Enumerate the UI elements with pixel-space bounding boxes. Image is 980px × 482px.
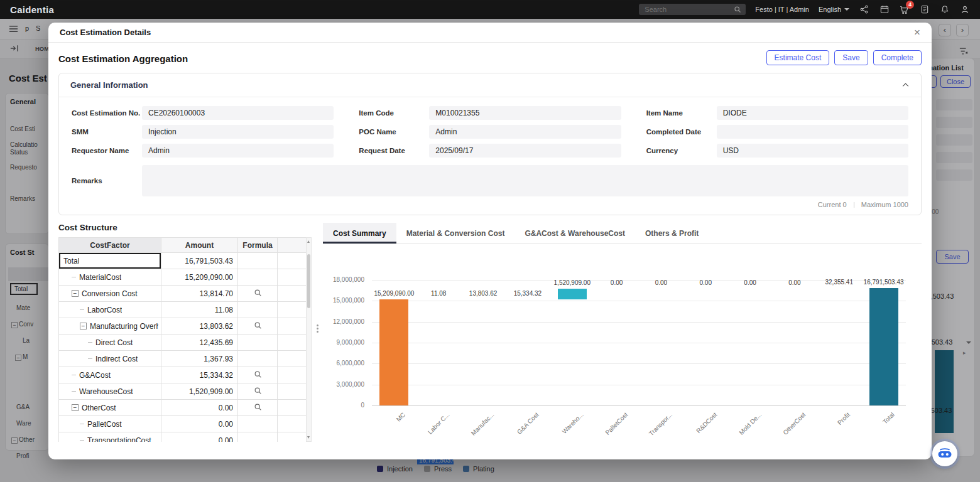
amount-cell[interactable]: 13,814.70: [161, 286, 238, 302]
amount-cell[interactable]: 0.00: [161, 400, 238, 416]
amount-cell[interactable]: 11.08: [161, 302, 238, 318]
x-axis-label: Wareho...: [560, 411, 584, 435]
amount-cell[interactable]: 0.00: [161, 416, 238, 432]
search-input[interactable]: [643, 5, 730, 14]
field-value-input[interactable]: DIODE: [717, 106, 908, 120]
column-amount[interactable]: Amount: [161, 238, 238, 253]
amount-cell[interactable]: 0.00: [161, 432, 238, 442]
language-selector[interactable]: English: [819, 6, 849, 13]
general-info-field: Completed Date: [646, 125, 908, 139]
remarks-input[interactable]: [142, 165, 908, 196]
user-context-label[interactable]: Festo | IT | Admin: [755, 6, 809, 13]
field-value-input[interactable]: 2025/09/17: [429, 144, 621, 158]
cost-structure-row[interactable]: TransportationCost0.00: [59, 432, 307, 442]
topbar: Caidentia Festo | IT | Admin English 4: [0, 0, 980, 19]
costfactor-cell[interactable]: −Manufacturing OverheadCo..: [59, 318, 161, 335]
formula-cell[interactable]: [238, 335, 278, 351]
costfactor-cell[interactable]: Indirect Cost: [59, 351, 161, 367]
field-value-input[interactable]: CE20260100003: [142, 106, 334, 120]
estimate-cost-button[interactable]: Estimate Cost: [766, 50, 830, 65]
field-value-input[interactable]: M010021355: [429, 106, 621, 120]
cost-structure-row[interactable]: G&ACost15,334.32: [59, 367, 307, 383]
share-icon[interactable]: [859, 4, 869, 15]
column-costfactor[interactable]: CostFactor: [59, 238, 161, 253]
cart-icon[interactable]: 4: [899, 4, 910, 15]
cost-structure-row[interactable]: PalletCost0.00: [59, 416, 307, 432]
costfactor-cell[interactable]: TransportationCost: [59, 432, 161, 442]
close-icon[interactable]: ×: [914, 27, 920, 38]
amount-cell[interactable]: 13,803.62: [161, 318, 238, 335]
formula-cell[interactable]: [238, 253, 278, 269]
field-value-input[interactable]: Injection: [142, 125, 334, 139]
formula-cell[interactable]: [238, 367, 278, 383]
formula-cell[interactable]: [238, 383, 278, 400]
assistant-fab[interactable]: [932, 441, 957, 466]
field-value-input[interactable]: Admin: [142, 144, 334, 158]
formula-search-icon[interactable]: [254, 289, 262, 297]
formula-search-icon[interactable]: [254, 370, 262, 378]
formula-cell[interactable]: [238, 269, 278, 286]
amount-cell[interactable]: 15,334.32: [161, 367, 238, 383]
calendar-icon[interactable]: [879, 4, 890, 15]
formula-cell[interactable]: [238, 432, 278, 442]
general-info-field: POC NameAdmin: [359, 125, 621, 139]
cost-structure-row[interactable]: WarehouseCost1,520,909.00: [59, 383, 307, 400]
report-icon[interactable]: [919, 4, 930, 15]
scroll-up-icon[interactable]: [307, 240, 310, 243]
global-search[interactable]: [639, 4, 746, 15]
costfactor-cell[interactable]: Direct Cost: [59, 335, 161, 351]
amount-cell[interactable]: 16,791,503.43: [161, 253, 238, 269]
cost-structure-rows: Total16,791,503.43MaterialCost15,209,090…: [59, 253, 307, 442]
costfactor-cell[interactable]: PalletCost: [59, 416, 161, 432]
tab-material-conversion-cost[interactable]: Material & Conversion Cost: [396, 223, 515, 244]
column-formula[interactable]: Formula: [238, 238, 278, 253]
field-value-input[interactable]: Admin: [429, 125, 621, 139]
formula-cell[interactable]: [238, 286, 278, 302]
amount-cell[interactable]: 15,209,090.00: [161, 269, 238, 286]
cost-structure-row[interactable]: −Manufacturing OverheadCo..13,803.62: [59, 318, 307, 335]
cost-structure-row[interactable]: LaborCost11.08: [59, 302, 307, 318]
tree-collapse-icon[interactable]: −: [72, 404, 79, 411]
costfactor-cell[interactable]: MaterialCost: [59, 269, 161, 286]
cost-structure-row[interactable]: −Conversion Cost13,814.70: [59, 286, 307, 302]
costfactor-cell[interactable]: G&ACost: [59, 367, 161, 383]
costfactor-cell[interactable]: Total: [59, 253, 161, 269]
tab-cost-summary[interactable]: Cost Summary: [323, 223, 396, 244]
cost-structure-row[interactable]: Total16,791,503.43: [59, 253, 307, 269]
formula-cell[interactable]: [238, 400, 278, 416]
formula-cell[interactable]: [238, 318, 278, 335]
formula-search-icon[interactable]: [254, 387, 262, 395]
formula-cell[interactable]: [238, 416, 278, 432]
formula-cell[interactable]: [238, 351, 278, 367]
costfactor-cell[interactable]: −Conversion Cost: [59, 286, 161, 302]
save-button[interactable]: Save: [834, 50, 868, 65]
formula-search-icon[interactable]: [254, 321, 262, 329]
table-scrollbar[interactable]: [306, 237, 312, 442]
formula-cell[interactable]: [238, 302, 278, 318]
collapse-chevron-icon[interactable]: [901, 81, 910, 89]
pane-resize-handle[interactable]: [312, 223, 323, 454]
field-value-input[interactable]: [717, 125, 908, 139]
cost-structure-row[interactable]: −OtherCost0.00: [59, 400, 307, 416]
drag-grip-icon[interactable]: [317, 323, 318, 454]
cost-structure-row[interactable]: Direct Cost12,435.69: [59, 335, 307, 351]
scrollbar-thumb[interactable]: [307, 254, 310, 308]
costfactor-cell[interactable]: LaborCost: [59, 302, 161, 318]
cost-structure-row[interactable]: Indirect Cost1,367.93: [59, 351, 307, 367]
tree-collapse-icon[interactable]: −: [72, 290, 79, 297]
formula-search-icon[interactable]: [254, 403, 262, 411]
tab-others-profit[interactable]: Others & Profit: [635, 223, 709, 244]
costfactor-cell[interactable]: −OtherCost: [59, 400, 161, 416]
amount-cell[interactable]: 12,435.69: [161, 335, 238, 351]
field-value-input[interactable]: USD: [717, 144, 908, 158]
costfactor-cell[interactable]: WarehouseCost: [59, 383, 161, 400]
tree-collapse-icon[interactable]: −: [80, 323, 87, 329]
user-icon[interactable]: [959, 4, 970, 15]
bell-icon[interactable]: [939, 4, 950, 15]
tab-g-acost-warehousecost[interactable]: G&ACost & WarehouseCost: [514, 223, 635, 244]
amount-cell[interactable]: 1,520,909.00: [161, 383, 238, 400]
complete-button[interactable]: Complete: [873, 50, 922, 65]
cost-structure-row[interactable]: MaterialCost15,209,090.00: [59, 269, 307, 286]
amount-cell[interactable]: 1,367.93: [161, 351, 238, 367]
scroll-down-icon[interactable]: [307, 436, 310, 439]
